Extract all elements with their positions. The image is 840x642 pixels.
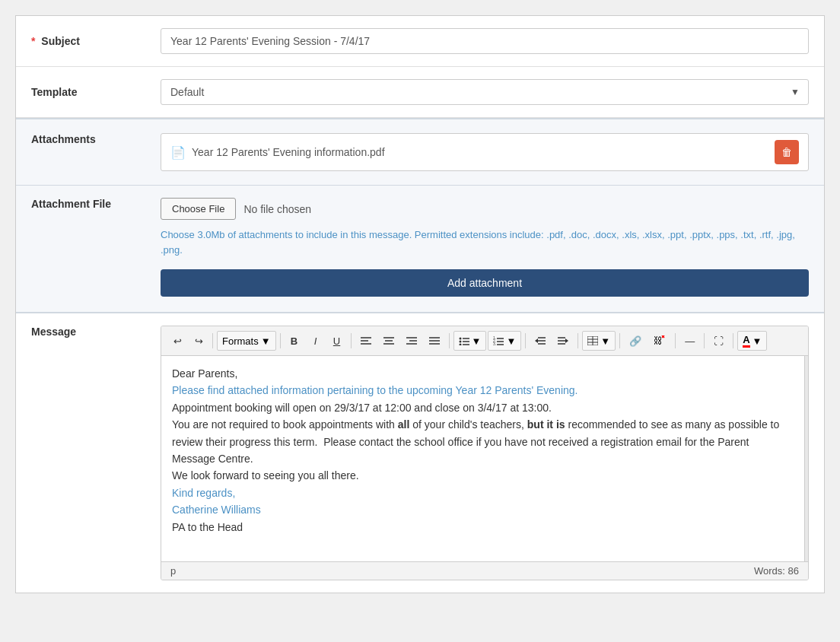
horizontal-rule-button[interactable]: —: [679, 331, 700, 351]
align-right-button[interactable]: [401, 331, 422, 351]
choose-file-button[interactable]: Choose File: [161, 198, 236, 220]
add-attachment-button[interactable]: Add attachment: [161, 269, 809, 297]
list-ol-arrow: ▼: [506, 335, 516, 347]
editor-text-area[interactable]: Dear Parents, Please find attached infor…: [161, 356, 804, 561]
attachment-file-label: Attachment File: [31, 198, 161, 210]
message-content: ↩ ↪ Formats ▼ B I U: [161, 326, 809, 580]
svg-point-14: [459, 341, 461, 343]
toolbar-sep-6: [578, 333, 578, 348]
message-line-7: Catherine WilliamsPA to the Head: [172, 501, 794, 536]
font-color-label: A: [743, 334, 749, 348]
editor-body: Dear Parents, Please find attached infor…: [161, 356, 808, 561]
indent-increase-button[interactable]: [552, 331, 574, 351]
list-ul-arrow: ▼: [472, 335, 482, 347]
word-count: Words: 86: [754, 565, 799, 577]
editor-toolbar: ↩ ↪ Formats ▼ B I U: [161, 326, 808, 356]
editor-status-bar: p Words: 86: [161, 561, 808, 580]
align-center-button[interactable]: [378, 331, 399, 351]
toolbar-sep-5: [525, 333, 526, 348]
delete-attachment-button[interactable]: 🗑: [775, 140, 799, 164]
toolbar-sep-9: [704, 333, 705, 348]
message-line-3: Appointment booking will open on 29/3/17…: [172, 399, 794, 416]
toolbar-sep-2: [280, 333, 281, 348]
attachment-filename: Year 12 Parents' Evening information.pdf: [192, 146, 775, 158]
svg-point-16: [459, 344, 461, 346]
undo-button[interactable]: ↩: [167, 331, 187, 351]
template-content: Default ▼: [161, 79, 809, 105]
underline-button[interactable]: U: [327, 331, 347, 351]
document-icon: 📄: [170, 145, 186, 160]
message-line-4: You are not required to book appointment…: [172, 416, 794, 467]
attachment-file-content: Choose File No file chosen Choose 3.0Mb …: [161, 198, 809, 300]
editor-scrollbar[interactable]: [804, 356, 808, 561]
link-button[interactable]: 🔗: [624, 331, 647, 351]
formats-arrow-icon: ▼: [261, 335, 271, 347]
email-form: * Subject Template Default ▼ Attachments…: [15, 15, 825, 593]
list-ul-dropdown[interactable]: ▼: [453, 331, 487, 351]
formats-dropdown[interactable]: Formats ▼: [217, 331, 276, 351]
toolbar-sep-7: [619, 333, 620, 348]
subject-row: * Subject: [16, 16, 824, 67]
file-input-row: Choose File No file chosen: [161, 198, 809, 220]
font-color-arrow: ▼: [752, 335, 762, 347]
template-select[interactable]: Default: [161, 79, 809, 105]
align-left-button[interactable]: [355, 331, 377, 351]
add-attachment-label: Add attachment: [447, 277, 522, 289]
formats-label: Formats: [222, 335, 259, 347]
table-arrow: ▼: [600, 335, 610, 347]
subject-label: * Subject: [31, 35, 161, 47]
svg-marker-31: [565, 338, 568, 343]
svg-point-12: [459, 338, 461, 340]
choose-file-label: Choose File: [172, 203, 224, 215]
svg-text:⛓: ⛓: [654, 335, 663, 346]
toolbar-sep-10: [733, 333, 733, 348]
indent-decrease-button[interactable]: [530, 331, 551, 351]
redo-button[interactable]: ↪: [189, 331, 208, 351]
template-row: Template Default ▼: [16, 67, 824, 118]
attachment-file-row: Attachment File Choose File No file chos…: [16, 186, 824, 313]
svg-marker-27: [535, 338, 538, 343]
message-line-1: Dear Parents,: [172, 365, 794, 382]
table-dropdown[interactable]: ▼: [582, 331, 616, 351]
toolbar-sep-8: [675, 333, 676, 348]
editor-tag: p: [170, 565, 176, 577]
message-line-6: Kind regards,: [172, 485, 794, 501]
message-line-2: Please find attached information pertain…: [172, 382, 794, 399]
align-justify-button[interactable]: [424, 331, 445, 351]
message-editor: ↩ ↪ Formats ▼ B I U: [161, 326, 809, 580]
attachment-item: 📄 Year 12 Parents' Evening information.p…: [161, 133, 809, 171]
message-label: Message: [31, 326, 161, 338]
trash-icon: 🗑: [781, 146, 792, 158]
italic-button[interactable]: I: [306, 331, 326, 351]
fullscreen-button[interactable]: ⛶: [708, 331, 729, 351]
list-ol-dropdown[interactable]: 1.2.3. ▼: [488, 331, 521, 351]
toolbar-sep-3: [351, 333, 352, 348]
attachment-hint: Choose 3.0Mb of attachments to include i…: [161, 227, 809, 257]
attachments-content: 📄 Year 12 Parents' Evening information.p…: [161, 133, 809, 171]
svg-text:3.: 3.: [493, 342, 496, 345]
template-label: Template: [31, 86, 161, 98]
subject-input[interactable]: [161, 28, 809, 54]
no-file-chosen-text: No file chosen: [243, 203, 311, 215]
attachments-row: Attachments 📄 Year 12 Parents' Evening i…: [16, 118, 824, 186]
subject-content: [161, 28, 809, 54]
font-color-dropdown[interactable]: A ▼: [737, 331, 767, 351]
template-select-wrapper: Default ▼: [161, 79, 809, 105]
message-row: Message ↩ ↪ Formats ▼ B I U: [16, 313, 824, 593]
unlink-button[interactable]: ⛓: [648, 331, 671, 351]
attachments-label: Attachments: [31, 133, 161, 145]
required-marker: *: [31, 35, 35, 47]
bold-button[interactable]: B: [285, 331, 304, 351]
toolbar-sep-4: [449, 333, 450, 348]
toolbar-sep-1: [212, 333, 213, 348]
message-line-5: We look forward to seeing you all there.: [172, 467, 794, 484]
